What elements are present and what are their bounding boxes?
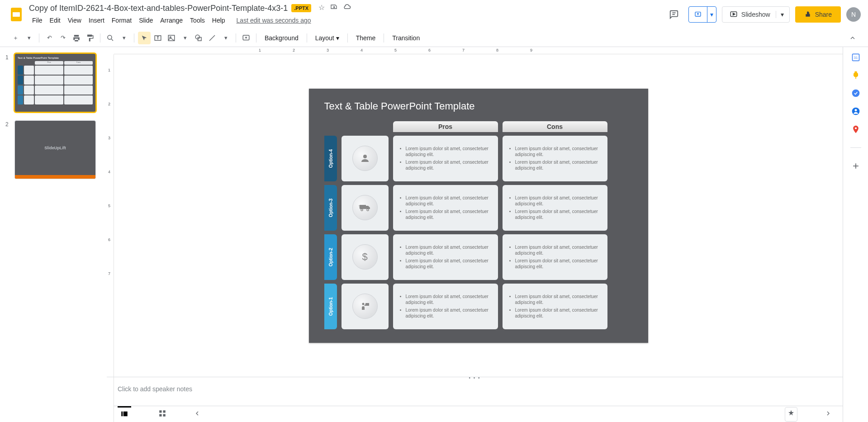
- ruler-horizontal[interactable]: 123456789: [114, 47, 843, 54]
- menu-slide[interactable]: Slide: [136, 15, 156, 26]
- tab-option-1[interactable]: Option-1: [324, 284, 337, 329]
- print-button[interactable]: [70, 32, 83, 44]
- cloud-status-icon[interactable]: [343, 3, 351, 13]
- slide-title[interactable]: Text & Table PowerPoint Template: [324, 100, 633, 112]
- present-upload-caret[interactable]: ▾: [707, 7, 716, 22]
- speaker-notes[interactable]: • • • Click to add speaker notes: [107, 377, 843, 406]
- slideshow-button[interactable]: Slideshow ▾: [722, 6, 790, 23]
- maps-icon[interactable]: [851, 125, 860, 134]
- menu-tools[interactable]: Tools: [187, 15, 208, 26]
- shape-tool-button[interactable]: [192, 32, 205, 44]
- main-area: 1 Text & Table PowerPoint Template ProsC…: [0, 47, 868, 422]
- explore-button[interactable]: [785, 407, 797, 422]
- menu-file[interactable]: File: [29, 15, 46, 26]
- tab-option-2[interactable]: Option-2: [324, 234, 337, 280]
- comment-button[interactable]: [240, 32, 252, 44]
- image-tool-caret[interactable]: ▾: [179, 32, 191, 44]
- keep-icon[interactable]: [851, 71, 860, 80]
- pros-4[interactable]: Lorem ipsum dolor sit amet, consectetuer…: [393, 136, 498, 181]
- collapse-toolbar-button[interactable]: [846, 32, 859, 44]
- theme-button[interactable]: Theme: [351, 32, 380, 44]
- addons-plus-icon[interactable]: [851, 161, 860, 171]
- svg-marker-6: [733, 13, 735, 15]
- cons-3[interactable]: Lorem ipsum dolor sit amet, consectetuer…: [503, 185, 607, 231]
- cons-1[interactable]: Lorem ipsum dolor sit amet, consectetuer…: [503, 284, 607, 329]
- slide-thumb-2[interactable]: SlideUpLift: [14, 120, 96, 179]
- layout-button[interactable]: Layout ▾: [311, 32, 344, 44]
- header-cons[interactable]: Cons: [503, 121, 607, 132]
- slideshow-label: Slideshow: [741, 11, 770, 18]
- contacts-icon[interactable]: [851, 107, 860, 116]
- slide-thumb-1[interactable]: Text & Table PowerPoint Template ProsCon…: [14, 53, 96, 112]
- icon-box-3[interactable]: [342, 185, 389, 231]
- svg-point-21: [363, 155, 367, 158]
- pptx-badge: .PPTX: [291, 4, 311, 12]
- zoom-button[interactable]: [104, 32, 117, 44]
- cons-4[interactable]: Lorem ipsum dolor sit amet, consectetuer…: [503, 136, 607, 181]
- account-avatar[interactable]: N: [846, 7, 861, 22]
- menu-help[interactable]: Help: [209, 15, 228, 26]
- slides-logo[interactable]: [7, 5, 25, 24]
- image-tool-button[interactable]: [165, 32, 178, 44]
- line-tool-button[interactable]: [206, 32, 218, 44]
- menu-arrange[interactable]: Arrange: [157, 15, 186, 26]
- menu-edit[interactable]: Edit: [47, 15, 64, 26]
- header-pros[interactable]: Pros: [393, 121, 498, 132]
- tasks-icon[interactable]: [851, 89, 860, 98]
- line-tool-caret[interactable]: ▾: [219, 32, 232, 44]
- svg-rect-30: [121, 412, 123, 417]
- menu-format[interactable]: Format: [109, 15, 135, 26]
- slideshow-caret[interactable]: ▾: [776, 11, 784, 18]
- menu-bar: File Edit View Insert Format Slide Arran…: [29, 15, 665, 26]
- transition-button[interactable]: Transition: [388, 32, 424, 44]
- comment-history-icon[interactable]: [665, 5, 683, 24]
- background-button[interactable]: Background: [260, 32, 303, 44]
- canvas-viewport[interactable]: Text & Table PowerPoint Template Pros Co…: [107, 54, 843, 377]
- presentation-icon: [352, 294, 378, 319]
- move-icon[interactable]: [330, 3, 337, 13]
- undo-button[interactable]: ↶: [43, 32, 56, 44]
- icon-box-4[interactable]: [342, 136, 389, 181]
- share-button[interactable]: Share: [795, 6, 841, 23]
- dollar-icon: $: [352, 244, 378, 270]
- svg-line-9: [111, 39, 113, 41]
- document-title[interactable]: Copy of ItemID-2621-4-Box-text-and-table…: [29, 4, 288, 13]
- paint-format-button[interactable]: [84, 32, 96, 44]
- svg-rect-38: [855, 77, 856, 79]
- slide-canvas[interactable]: Text & Table PowerPoint Template Pros Co…: [309, 89, 648, 343]
- textbox-tool-button[interactable]: [152, 32, 164, 44]
- cons-2[interactable]: Lorem ipsum dolor sit amet, consectetuer…: [503, 234, 607, 280]
- svg-line-17: [209, 35, 215, 41]
- select-tool-button[interactable]: [138, 32, 151, 44]
- tab-option-3[interactable]: Option-3: [324, 185, 337, 231]
- grid-view-icon[interactable]: [158, 409, 166, 419]
- calendar-icon[interactable]: 31: [851, 52, 860, 62]
- svg-point-8: [108, 35, 112, 39]
- notes-resize-handle[interactable]: • • •: [469, 375, 480, 380]
- zoom-caret[interactable]: ▾: [118, 32, 130, 44]
- new-slide-button[interactable]: ＋: [9, 32, 22, 44]
- menu-view[interactable]: View: [65, 15, 85, 26]
- expand-side-icon[interactable]: [825, 410, 832, 419]
- present-upload-button[interactable]: [689, 7, 707, 22]
- svg-rect-1: [13, 12, 20, 17]
- filmstrip[interactable]: 1 Text & Table PowerPoint Template ProsC…: [0, 47, 107, 422]
- footer-bar: [107, 406, 843, 422]
- ruler-vertical[interactable]: 1234567: [107, 54, 114, 422]
- pros-3[interactable]: Lorem ipsum dolor sit amet, consectetuer…: [393, 185, 498, 231]
- star-icon[interactable]: ☆: [318, 3, 325, 13]
- filmstrip-view-icon[interactable]: [120, 410, 128, 420]
- pros-1[interactable]: Lorem ipsum dolor sit amet, consectetuer…: [393, 284, 498, 329]
- toolbar: ＋ ▾ ↶ ↷ ▾ ▾ ▾ Background Layout ▾ Theme …: [0, 29, 868, 47]
- pros-2[interactable]: Lorem ipsum dolor sit amet, consectetuer…: [393, 234, 498, 280]
- menu-insert[interactable]: Insert: [85, 15, 108, 26]
- tab-option-4[interactable]: Option-4: [324, 136, 337, 181]
- redo-button[interactable]: ↷: [57, 32, 69, 44]
- thumb-number-2: 2: [5, 120, 14, 179]
- last-edit-link[interactable]: Last edit was seconds ago: [235, 15, 313, 26]
- new-slide-caret[interactable]: ▾: [23, 32, 35, 44]
- present-upload-group[interactable]: ▾: [688, 6, 716, 23]
- icon-box-2[interactable]: $: [342, 234, 389, 280]
- collapse-filmstrip-icon[interactable]: [194, 410, 201, 419]
- icon-box-1[interactable]: [342, 284, 389, 329]
